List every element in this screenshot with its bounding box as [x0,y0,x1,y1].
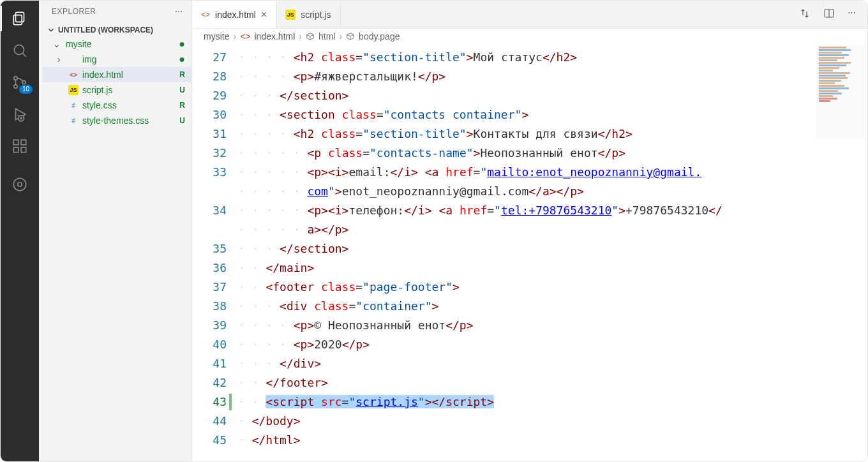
svg-line-3 [22,53,26,56]
svg-rect-10 [13,147,19,153]
breadcrumb[interactable]: mysite › <> index.html › html › body.pag… [192,29,867,44]
minimap[interactable] [816,44,867,140]
workspace-title[interactable]: UNTITLED (WORKSPACE) [39,24,191,36]
svg-point-6 [22,80,26,84]
sidebar: EXPLORER ⋯ UNTITLED (WORKSPACE) ⌄mysite … [39,1,192,461]
breadcrumb-folder[interactable]: mysite [204,31,229,41]
code-content[interactable]: · · · · <h2 class="section-title">Мой ст… [238,44,867,461]
activity-bar: 10 [1,1,39,461]
file-item-img[interactable]: ›img● [43,52,191,67]
explorer-icon[interactable] [11,10,29,27]
editor-area: <>index.html×JSscript.js ⋯ mysite › <> i… [192,1,867,461]
svg-rect-9 [13,140,19,145]
breadcrumb-file[interactable]: index.html [254,31,295,41]
code-editor[interactable]: 27282930313233 34 3536373839404142434445… [192,44,867,461]
html-icon: <> [240,31,250,41]
sidebar-header: EXPLORER ⋯ [39,1,191,21]
more-icon[interactable]: ⋯ [175,7,183,16]
remote-icon[interactable] [11,175,29,193]
close-tab-icon[interactable]: × [261,9,267,20]
scm-badge: 10 [19,85,33,94]
line-gutter: 27282930313233 34 3536373839404142434445 [192,44,238,461]
svg-rect-0 [16,12,24,22]
source-control-icon[interactable]: 10 [11,73,29,91]
file-item-script-js[interactable]: JSscript.jsU [43,82,191,98]
file-tree: ⌄mysite ● ›img●<>index.htmlRJSscript.jsU… [39,36,191,128]
svg-rect-1 [13,15,22,25]
tab-script-js[interactable]: JSscript.js [276,1,340,28]
svg-point-13 [13,178,26,191]
svg-point-2 [14,45,24,54]
svg-rect-11 [21,147,26,153]
folder-root[interactable]: ⌄mysite ● [43,36,191,52]
file-item-index-html[interactable]: <>index.htmlR [43,67,191,82]
tab-bar: <>index.html×JSscript.js ⋯ [192,1,867,29]
svg-rect-12 [21,140,26,145]
debug-icon[interactable] [11,105,29,123]
editor-actions: ⋯ [799,8,867,21]
svg-point-5 [14,85,17,88]
explorer-title: EXPLORER [52,7,96,16]
breadcrumb-el2[interactable]: body.page [359,31,400,41]
app-window: 10 EXPLORER ⋯ UNTITLED (WORKSPACE) ⌄mysi… [0,0,868,462]
cube-icon [346,32,355,41]
search-icon[interactable] [11,41,29,59]
compare-changes-icon[interactable] [799,8,811,21]
more-actions-icon[interactable]: ⋯ [848,8,856,21]
svg-point-4 [14,77,17,80]
svg-point-14 [18,183,22,187]
tab-index-html[interactable]: <>index.html× [192,1,276,28]
extensions-icon[interactable] [11,137,29,155]
cube-icon [306,32,315,41]
file-item-style-themes-css[interactable]: #style-themes.cssU [43,113,191,128]
file-item-style-css[interactable]: #style.cssR [43,98,191,113]
breadcrumb-el1[interactable]: html [318,31,335,41]
split-editor-icon[interactable] [823,8,835,21]
